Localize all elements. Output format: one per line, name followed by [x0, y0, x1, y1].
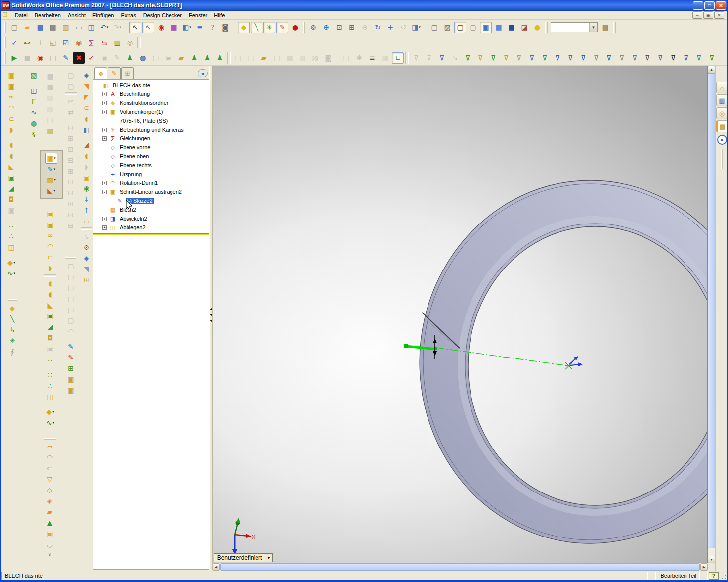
tree-item--skizze2[interactable]: ✎(-) Skizze2: [93, 196, 209, 205]
hidden-lines-visible-icon[interactable]: ▨: [441, 22, 453, 33]
tab-configurationmanager[interactable]: ⊞: [121, 67, 134, 79]
filter-surface-finish-icon[interactable]: ⊽: [654, 52, 666, 64]
hole-wizard-icon[interactable]: ◘: [5, 194, 17, 205]
tree-item-abwickeln2[interactable]: +◨Abwickeln2: [93, 214, 209, 223]
menu-bearbeiten[interactable]: Bearbeiten: [31, 11, 64, 19]
sketch-origin[interactable]: [565, 356, 583, 369]
view-orientation-icon[interactable]: ◨▾: [410, 22, 422, 33]
tree-item-ebene-vorne[interactable]: ◇Ebene vorne: [93, 143, 209, 152]
c-rib-icon[interactable]: ◣: [44, 300, 56, 311]
select-filter-icon[interactable]: ↖: [142, 22, 154, 33]
menu-einf-gen[interactable]: Einfügen: [89, 11, 117, 19]
tree-item-rotation-dünn1[interactable]: +◠Rotation-Dünn1: [93, 179, 209, 187]
closed-corner-icon[interactable]: ▰: [44, 506, 56, 517]
record-icon[interactable]: ●: [289, 22, 301, 33]
tree-item-abbiegen2[interactable]: +◫Abbiegen2: [93, 223, 209, 232]
color-swatch-icon[interactable]: ▦: [168, 22, 180, 33]
knife-2-icon[interactable]: ◆: [81, 253, 92, 264]
reference-geometry-icon[interactable]: ◆▾: [5, 257, 17, 268]
user-3-icon[interactable]: ♟: [214, 52, 226, 64]
child-close-button[interactable]: ✕: [714, 11, 724, 19]
point-tool-icon[interactable]: ✳: [6, 335, 18, 346]
folder-swap-icon[interactable]: ▰: [175, 52, 187, 64]
rib-icon[interactable]: ◣: [5, 161, 17, 172]
loft-icon[interactable]: ◗: [5, 124, 17, 135]
c-hole-icon[interactable]: ◘: [44, 332, 56, 343]
horizontal-scroll-thumb[interactable]: [220, 563, 700, 571]
filter-note-icon[interactable]: ⊽: [603, 52, 615, 64]
expand-icon[interactable]: +: [102, 101, 107, 105]
sweep-icon[interactable]: ⊂: [5, 113, 17, 124]
chamfer-icon[interactable]: ◖: [5, 150, 17, 161]
zoom-cursor-icon[interactable]: ⊚: [307, 22, 319, 33]
helix-icon[interactable]: §: [28, 129, 40, 139]
vertical-scroll-thumb[interactable]: [708, 73, 715, 548]
menu-datei[interactable]: Datei: [11, 11, 31, 19]
base-flange-icon[interactable]: ▱: [44, 441, 56, 452]
expand-icon[interactable]: +: [102, 181, 107, 185]
filter-connection-icon[interactable]: ⊽: [706, 52, 718, 64]
status-help-icon[interactable]: ?: [709, 572, 719, 580]
curves-icon[interactable]: ∿▾: [5, 268, 17, 279]
fold-2-icon[interactable]: ◥: [81, 264, 92, 274]
print-preview-icon[interactable]: ◫: [86, 22, 97, 33]
expand-icon[interactable]: +: [102, 128, 107, 132]
user-1-icon[interactable]: ♟: [188, 52, 200, 64]
filter-datum-icon[interactable]: ⊽: [642, 52, 653, 64]
c-fillet-icon[interactable]: ◖: [44, 278, 56, 289]
tab-propertymanager[interactable]: ✎: [108, 67, 121, 79]
shaded-icon[interactable]: ■: [493, 22, 505, 33]
evaluate-group-icon[interactable]: ▦▾: [45, 175, 57, 185]
verify-icon[interactable]: ✓: [86, 52, 97, 64]
filter-surface-icon[interactable]: ⊽: [500, 52, 512, 64]
revolve-icon[interactable]: ◠: [5, 102, 17, 113]
check-entity-icon[interactable]: ☑: [60, 37, 72, 48]
filter-3-icon[interactable]: ⊽: [436, 52, 448, 64]
c-curves-icon[interactable]: ∿▾: [44, 417, 56, 428]
c-linear-pattern-icon[interactable]: ∷: [44, 369, 56, 380]
curvature-plot-icon[interactable]: ∟: [392, 52, 404, 64]
pan-icon[interactable]: +: [385, 22, 396, 33]
panel-splitter[interactable]: ◂ ◂ ◂: [209, 66, 213, 570]
task-pane-grip[interactable]: [721, 149, 723, 169]
point-icon[interactable]: ✳: [263, 22, 275, 33]
sketch-group-icon[interactable]: ✎▾: [45, 164, 57, 175]
line-icon[interactable]: ╲: [251, 22, 262, 33]
view-orientation-dropdown-icon[interactable]: ▼: [265, 554, 272, 562]
record-macro-icon[interactable]: ◉: [34, 52, 46, 64]
no-hidden-icon[interactable]: ▢: [467, 22, 479, 33]
draft-icon[interactable]: ◢: [5, 183, 17, 194]
grid-4-icon[interactable]: ⊞: [81, 274, 92, 285]
shaded-edges-icon[interactable]: ▣: [480, 22, 492, 33]
filter-vertex-icon[interactable]: ⊽: [462, 52, 473, 64]
edrawings-icon[interactable]: ▤: [47, 22, 59, 33]
add-sketch-icon[interactable]: ✎: [65, 352, 77, 363]
tree-item-ursprung[interactable]: +Ursprung: [93, 170, 209, 179]
toolbar-grip[interactable]: [4, 52, 6, 64]
viewport-horizontal-scrollbar[interactable]: ◀ ▶: [213, 563, 708, 571]
view-orientation-selector[interactable]: Benutzerdefiniert ▼: [214, 553, 273, 562]
miter-flange-icon[interactable]: ▽: [44, 474, 56, 485]
extrude-cut-icon[interactable]: ▣: [5, 81, 17, 91]
box-yellow-icon[interactable]: ▣: [81, 172, 92, 183]
filter-edge-icon[interactable]: ⊽: [474, 52, 486, 64]
pattern-grid-icon[interactable]: ◧: [81, 124, 92, 135]
rollback-bar[interactable]: [93, 233, 209, 235]
minimize-button[interactable]: _: [693, 1, 703, 10]
toolbar-grip[interactable]: [613, 22, 616, 33]
save-icon[interactable]: ▦: [34, 22, 46, 33]
tree-item-beschriftung[interactable]: +ABeschriftung: [93, 90, 209, 98]
break-corner-icon[interactable]: ◖: [81, 113, 92, 124]
forming-tool-icon[interactable]: ▲: [44, 517, 56, 528]
hem-icon[interactable]: ⊂: [81, 102, 92, 113]
measure-icon[interactable]: ⊷: [21, 37, 33, 48]
collapse-icon[interactable]: -: [102, 190, 107, 194]
filter-midpoint-icon[interactable]: ⊽: [577, 52, 589, 64]
taskpane-library-icon[interactable]: ▤: [716, 120, 728, 132]
scroll-left-icon[interactable]: ◀: [213, 563, 220, 571]
revolve-axis-icon[interactable]: ∞: [5, 91, 17, 102]
menu-hilfe[interactable]: Hilfe: [211, 11, 228, 19]
sketch-icon[interactable]: ◆: [238, 22, 250, 33]
wrap-icon[interactable]: ◍: [28, 118, 40, 129]
zoom-in-out-icon[interactable]: ⊕: [320, 22, 332, 33]
